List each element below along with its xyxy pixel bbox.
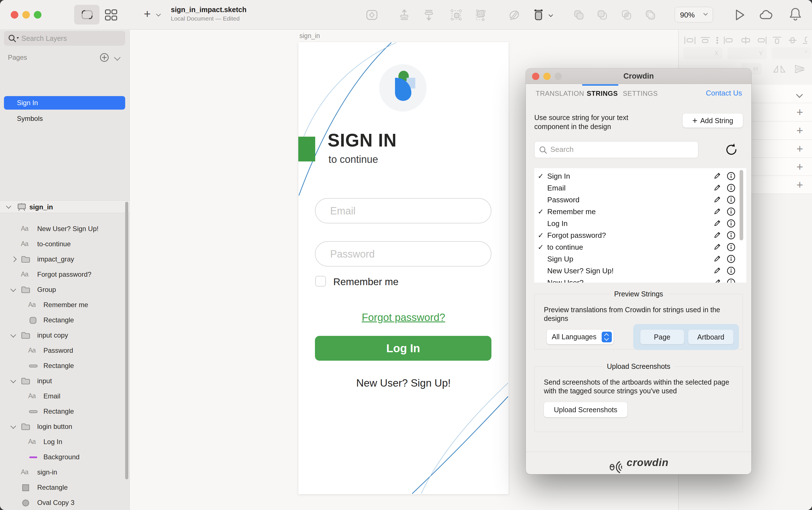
- string-info-icon[interactable]: [727, 231, 735, 240]
- create-symbol-icon[interactable]: [366, 8, 378, 22]
- boolean-intersect-icon[interactable]: [620, 8, 633, 22]
- edit-string-icon[interactable]: [713, 266, 722, 275]
- log-in-button[interactable]: Log In: [315, 336, 491, 361]
- expander-chevron-icon[interactable]: [10, 378, 16, 383]
- brand-logo[interactable]: [379, 64, 427, 112]
- string-info-icon[interactable]: [727, 266, 735, 275]
- x-position-field[interactable]: X: [683, 47, 723, 59]
- source-strings-list[interactable]: ✓Sign In ✓Email ✓Password ✓Remember me ✓…: [534, 168, 746, 282]
- strings-search-field[interactable]: [534, 141, 698, 158]
- layer-row[interactable]: AaRemember me: [0, 297, 129, 312]
- rotation-field[interactable]: °: [772, 47, 811, 59]
- layer-row[interactable]: Rectangle: [0, 312, 129, 328]
- flip-horizontal-icon[interactable]: [771, 64, 788, 74]
- string-info-icon[interactable]: [727, 219, 735, 228]
- string-info-icon[interactable]: [727, 172, 735, 181]
- strings-search-input[interactable]: [550, 142, 691, 157]
- notifications-bell-icon[interactable]: [788, 7, 803, 23]
- alignment-icons-row[interactable]: [683, 36, 807, 44]
- string-row[interactable]: ✓Sign In: [534, 170, 746, 182]
- layer-row[interactable]: AaForgot password?: [0, 267, 129, 282]
- page-item-symbols[interactable]: Symbols: [4, 112, 125, 125]
- edit-string-icon[interactable]: [713, 243, 722, 251]
- string-info-icon[interactable]: [727, 243, 735, 251]
- string-row[interactable]: ✓Sign Up: [534, 253, 746, 265]
- edit-string-icon[interactable]: [713, 231, 722, 239]
- boolean-difference-icon[interactable]: [644, 8, 657, 22]
- edit-string-icon[interactable]: [713, 195, 722, 204]
- scale-chevron-icon[interactable]: [549, 13, 553, 17]
- layer-row[interactable]: Background: [0, 449, 129, 464]
- group-icon[interactable]: [450, 8, 463, 22]
- preview-play-icon[interactable]: [733, 8, 747, 22]
- string-info-icon[interactable]: [727, 254, 735, 264]
- preview-page-button[interactable]: Page: [640, 330, 684, 344]
- expander-chevron-icon[interactable]: [10, 332, 16, 337]
- bring-forward-icon[interactable]: [398, 8, 411, 22]
- artboard-title-label[interactable]: sign_in: [299, 32, 320, 40]
- layer-row[interactable]: input: [0, 373, 129, 389]
- artboard-chevron-icon[interactable]: [6, 204, 11, 209]
- edit-vector-icon[interactable]: [508, 8, 521, 22]
- refresh-icon[interactable]: [725, 142, 738, 157]
- language-select[interactable]: All Languages: [547, 330, 613, 344]
- add-page-icon[interactable]: [99, 52, 109, 63]
- edit-string-icon[interactable]: [713, 207, 722, 215]
- layer-row[interactable]: AaNew User? Sign Up!: [0, 221, 129, 236]
- add-string-button[interactable]: +Add String: [683, 114, 743, 128]
- expander-chevron-icon[interactable]: [10, 286, 16, 292]
- edit-string-icon[interactable]: [713, 183, 722, 192]
- layer-row[interactable]: Rectangle: [0, 480, 129, 495]
- layer-row[interactable]: Aasign-in: [0, 464, 129, 480]
- tab-translation[interactable]: TRANSLATION: [536, 90, 584, 97]
- flip-vertical-icon[interactable]: [791, 64, 808, 74]
- send-backward-icon[interactable]: [422, 8, 435, 22]
- string-row[interactable]: ✓New User? Sign Up!: [534, 265, 746, 276]
- heading-accent-rectangle[interactable]: [298, 137, 315, 161]
- components-view-icon[interactable]: [105, 9, 117, 21]
- string-row[interactable]: ✓to continue: [534, 241, 746, 253]
- string-info-icon[interactable]: [727, 195, 735, 204]
- canvas-view-toggle[interactable]: [74, 5, 99, 25]
- cloud-sync-icon[interactable]: [759, 8, 775, 22]
- edit-string-icon[interactable]: [713, 219, 722, 228]
- ungroup-icon[interactable]: [474, 8, 487, 22]
- strings-list-scrollbar[interactable]: [740, 170, 743, 240]
- layers-scrollbar[interactable]: [125, 202, 128, 479]
- string-row[interactable]: ✓Password: [534, 193, 746, 205]
- contact-us-link[interactable]: Contact Us: [706, 89, 742, 97]
- sign-in-artboard[interactable]: SIGN IN to continue Email Password Remem…: [298, 42, 509, 494]
- edit-string-icon[interactable]: [713, 278, 722, 282]
- string-row[interactable]: ✓Email: [534, 182, 746, 193]
- sign-in-heading[interactable]: SIGN IN: [328, 130, 397, 151]
- y-position-field[interactable]: Y: [727, 47, 767, 59]
- insert-chevron-icon[interactable]: [156, 12, 161, 17]
- tab-strings[interactable]: STRINGS: [587, 90, 618, 97]
- search-layers-input[interactable]: [22, 31, 120, 46]
- string-row[interactable]: ✓Remember me: [534, 205, 746, 217]
- zoom-level-select[interactable]: 90%: [675, 7, 713, 23]
- tab-settings[interactable]: SETTINGS: [623, 90, 658, 97]
- boolean-union-icon[interactable]: [572, 8, 585, 22]
- edit-string-icon[interactable]: [713, 172, 722, 180]
- artboard-group-header[interactable]: sign_in: [0, 200, 129, 213]
- forgot-password-link[interactable]: Forgot password?: [298, 312, 509, 324]
- layer-row[interactable]: Oval Copy 3: [0, 495, 129, 510]
- string-row[interactable]: ✓Log In: [534, 217, 746, 229]
- layer-row[interactable]: Rectangle: [0, 358, 129, 373]
- layer-row[interactable]: impact_gray: [0, 251, 129, 267]
- edit-string-icon[interactable]: [713, 254, 722, 263]
- layer-row[interactable]: Aato-continue: [0, 236, 129, 251]
- minimize-window-icon[interactable]: [22, 11, 30, 19]
- string-row[interactable]: ✓Forgot password?: [534, 229, 746, 241]
- layer-row[interactable]: AaEmail: [0, 389, 129, 404]
- to-continue-text[interactable]: to continue: [328, 154, 378, 166]
- string-info-icon[interactable]: [727, 183, 735, 192]
- sign-up-text[interactable]: New User? Sign Up!: [298, 377, 509, 389]
- password-field[interactable]: Password: [315, 241, 491, 267]
- crowdin-titlebar[interactable]: Crowdin: [526, 68, 751, 84]
- layer-row[interactable]: Rectangle: [0, 404, 129, 419]
- search-layers-field[interactable]: [4, 31, 125, 46]
- pages-collapse-chevron-icon[interactable]: [114, 54, 121, 61]
- layer-row[interactable]: AaPassword: [0, 343, 129, 358]
